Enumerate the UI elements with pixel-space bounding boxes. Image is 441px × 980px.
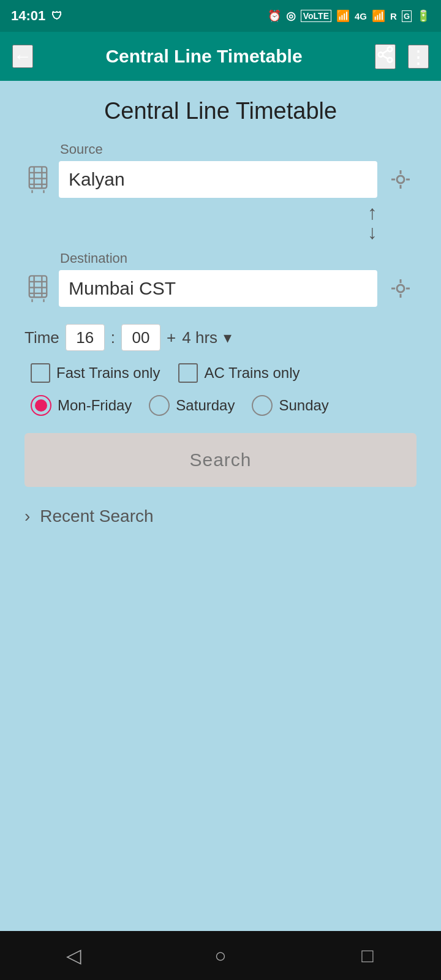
swap-button[interactable]: ↑ ↓ (368, 203, 377, 242)
radio-mon-friday-outer[interactable] (31, 395, 51, 416)
ac-trains-checkbox-box[interactable] (178, 363, 198, 383)
alarm-icon: ⏰ (268, 9, 281, 23)
radio-sunday[interactable]: Sunday (252, 395, 328, 416)
menu-button[interactable]: ⋮ (408, 45, 429, 69)
radio-saturday-outer[interactable] (149, 395, 170, 416)
app-bar: ← Central Line Timetable ⋮ (0, 32, 441, 81)
g-icon: G (402, 10, 412, 22)
share-button[interactable] (375, 44, 396, 69)
time-hours-box[interactable]: 16 (66, 324, 105, 351)
fast-trains-checkbox[interactable]: Fast Trains only (31, 363, 160, 383)
source-row (24, 161, 417, 198)
r-icon: R (390, 11, 397, 21)
svg-point-0 (388, 47, 393, 51)
checkbox-row: Fast Trains only AC Trains only (24, 363, 417, 383)
day-radio-row: Mon-Friday Saturday Sunday (24, 395, 417, 416)
sim-icon: 🛡 (51, 10, 62, 23)
app-bar-title: Central Line Timetable (45, 46, 363, 67)
svg-point-13 (397, 176, 404, 183)
status-bar-right: ⏰ ◎ VoLTE 📶 4G 📶 R G 🔋 (268, 9, 430, 23)
ac-trains-label: AC Trains only (204, 364, 300, 382)
page-title: Central Line Timetable (24, 98, 417, 124)
signal2-icon: 📶 (372, 9, 385, 23)
volte-icon: VoLTE (301, 10, 331, 22)
back-button[interactable]: ← (12, 45, 33, 68)
nav-recents-button[interactable]: □ (343, 937, 392, 974)
fast-trains-checkbox-box[interactable] (31, 363, 50, 383)
radio-sunday-outer[interactable] (252, 395, 273, 416)
time-duration: 4 hrs (182, 328, 217, 347)
chevron-right-icon: › (24, 507, 30, 526)
recent-search-row[interactable]: › Recent Search (24, 507, 417, 526)
search-button[interactable]: Search (24, 433, 417, 487)
destination-label: Destination (60, 251, 417, 266)
4g-icon: 4G (355, 11, 367, 21)
time-plus: + (167, 328, 176, 347)
signal-icon: 📶 (336, 9, 350, 23)
recent-search-label: Recent Search (40, 507, 153, 526)
time-separator: : (111, 328, 115, 347)
radio-saturday-label: Saturday (176, 397, 235, 414)
source-location-button[interactable] (385, 164, 417, 195)
source-input[interactable] (59, 161, 377, 198)
dest-wrapper: Destination (24, 251, 417, 307)
svg-line-3 (383, 55, 388, 58)
main-content: Central Line Timetable Source (0, 81, 441, 931)
radio-saturday[interactable]: Saturday (149, 395, 235, 416)
radio-mon-friday-inner (35, 399, 47, 412)
status-bar-left: 14:01 🛡 (11, 8, 62, 24)
svg-point-2 (388, 58, 393, 62)
radio-sunday-label: Sunday (279, 397, 328, 414)
time-label: Time (24, 328, 59, 347)
fast-trains-label: Fast Trains only (56, 364, 160, 382)
source-label: Source (60, 141, 417, 157)
destination-location-button[interactable] (385, 273, 417, 304)
status-bar: 14:01 🛡 ⏰ ◎ VoLTE 📶 4G 📶 R G 🔋 (0, 0, 441, 32)
time-minutes-box[interactable]: 00 (121, 324, 160, 351)
source-train-icon (24, 164, 51, 195)
destination-train-icon (24, 273, 51, 304)
time-dropdown-button[interactable]: ▾ (224, 328, 232, 347)
radio-mon-friday[interactable]: Mon-Friday (31, 395, 132, 416)
location-icon: ◎ (286, 9, 296, 23)
swap-row: ↑ ↓ (24, 203, 417, 242)
nav-back-button[interactable]: ◁ (49, 937, 98, 974)
svg-point-26 (397, 285, 404, 292)
destination-row (24, 270, 417, 307)
status-time: 14:01 (11, 8, 45, 24)
destination-input[interactable] (59, 270, 377, 307)
battery-icon: 🔋 (417, 9, 430, 23)
time-row: Time 16 : 00 + 4 hrs ▾ (24, 324, 417, 351)
svg-line-4 (383, 50, 388, 53)
bottom-nav: ◁ ○ □ (0, 931, 441, 980)
nav-home-button[interactable]: ○ (196, 937, 245, 974)
radio-mon-friday-label: Mon-Friday (58, 397, 132, 414)
ac-trains-checkbox[interactable]: AC Trains only (178, 363, 300, 383)
svg-point-1 (379, 52, 383, 57)
